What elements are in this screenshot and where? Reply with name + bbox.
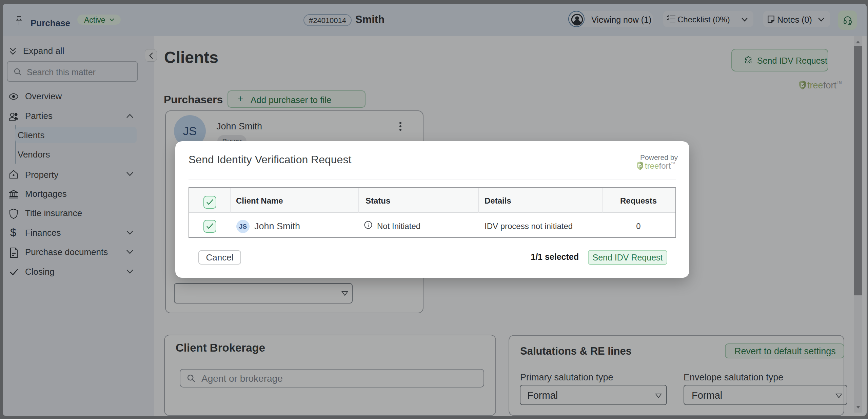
svg-text:fort: fort: [659, 161, 671, 170]
svg-text:TM: TM: [671, 162, 675, 165]
svg-text:tree: tree: [645, 161, 659, 170]
